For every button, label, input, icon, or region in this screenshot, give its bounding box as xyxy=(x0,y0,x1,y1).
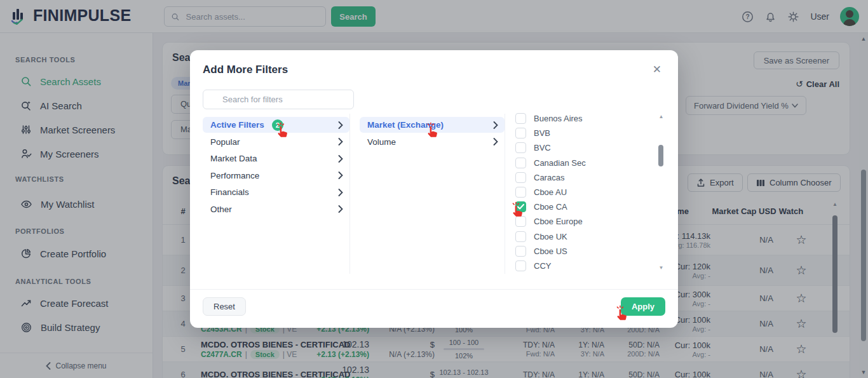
option-caracas[interactable]: Caracas xyxy=(515,171,564,184)
option-label: Cboe UK xyxy=(534,232,567,241)
chevron-right-icon xyxy=(338,205,343,213)
filter-subcategories-list: Market (Exchange) Volume xyxy=(360,117,505,150)
options-scrollbar[interactable]: ▲ ▼ xyxy=(658,114,664,271)
chevron-right-icon xyxy=(338,189,343,196)
filter-categories-list: Active Filters2 Popular Market Data Perf… xyxy=(203,117,349,217)
checkbox[interactable] xyxy=(515,216,526,227)
footer-divider xyxy=(190,289,678,290)
chevron-right-icon xyxy=(493,138,498,145)
subcategory-volume[interactable]: Volume xyxy=(360,134,505,150)
category-market-data[interactable]: Market Data xyxy=(203,151,349,166)
checkbox[interactable] xyxy=(515,142,526,153)
checkbox[interactable] xyxy=(515,128,526,138)
option-cboe-au[interactable]: Cboe AU xyxy=(515,186,567,198)
option-label: CCY xyxy=(534,261,551,271)
add-filters-modal: Add More Filters ✕ Active Filters2 Popul… xyxy=(190,50,678,328)
option-label: Buenos Aires xyxy=(534,114,583,123)
option-ccy[interactable]: CCY xyxy=(515,259,551,272)
option-cboe-europe[interactable]: Cboe Europe xyxy=(515,215,583,227)
category-label: Performance xyxy=(210,171,259,180)
category-label: Financials xyxy=(210,187,249,197)
option-bvc[interactable]: BVC xyxy=(515,141,551,154)
option-label: Cboe US xyxy=(534,246,567,256)
option-label: Cboe CA xyxy=(534,202,567,212)
chevron-right-icon xyxy=(338,155,343,163)
category-label: Market Data xyxy=(210,154,257,163)
checkbox[interactable] xyxy=(515,231,526,242)
category-active-filters[interactable]: Active Filters2 xyxy=(203,117,349,133)
exchange-options-list: Buenos Aires BVB BVC Canadian Sec Caraca… xyxy=(515,111,658,274)
column-divider xyxy=(505,114,505,274)
category-popular[interactable]: Popular xyxy=(203,134,349,150)
option-cboe-us[interactable]: Cboe US xyxy=(515,245,567,257)
chevron-right-icon xyxy=(338,121,343,129)
scroll-up-icon[interactable]: ▲ xyxy=(658,114,664,119)
checkbox[interactable] xyxy=(515,246,526,257)
option-label: Cboe AU xyxy=(534,187,567,197)
check-icon xyxy=(517,204,524,210)
category-label: Other xyxy=(210,205,232,214)
option-cboe-uk[interactable]: Cboe UK xyxy=(515,230,567,243)
modal-title: Add More Filters xyxy=(203,64,288,76)
option-label: Cboe Europe xyxy=(534,217,583,226)
chevron-right-icon xyxy=(493,121,498,129)
filter-search-input[interactable] xyxy=(203,90,354,109)
active-count-badge: 2 xyxy=(272,119,283,131)
category-label: Active Filters xyxy=(210,120,264,130)
options-scrollbar-thumb[interactable] xyxy=(658,145,663,166)
column-divider xyxy=(349,114,350,274)
option-label: BVB xyxy=(534,128,550,138)
option-canadian-sec[interactable]: Canadian Sec xyxy=(515,156,586,169)
checkbox[interactable] xyxy=(515,158,526,168)
scroll-down-icon[interactable]: ▼ xyxy=(658,265,664,271)
category-label: Popular xyxy=(210,137,240,147)
option-label: Canadian Sec xyxy=(534,158,586,168)
checkbox[interactable] xyxy=(515,260,526,271)
option-buenos-aires[interactable]: Buenos Aires xyxy=(515,112,583,125)
checkbox[interactable] xyxy=(515,187,526,198)
chevron-right-icon xyxy=(338,138,343,145)
option-bvb[interactable]: BVB xyxy=(515,126,550,139)
reset-button[interactable]: Reset xyxy=(203,297,246,316)
option-label: BVC xyxy=(534,143,551,152)
subcategory-label: Market (Exchange) xyxy=(367,120,444,130)
category-performance[interactable]: Performance xyxy=(203,168,349,184)
checkbox-checked[interactable] xyxy=(515,201,526,212)
chevron-right-icon xyxy=(338,172,343,179)
apply-button[interactable]: Apply xyxy=(621,297,665,316)
close-icon[interactable]: ✕ xyxy=(653,63,661,76)
option-label: Caracas xyxy=(534,173,564,182)
subcategory-label: Volume xyxy=(367,137,396,147)
checkbox[interactable] xyxy=(515,113,526,124)
category-financials[interactable]: Financials xyxy=(203,184,349,200)
category-other[interactable]: Other xyxy=(203,201,349,217)
option-cboe-ca[interactable]: Cboe CA xyxy=(515,200,567,213)
checkbox[interactable] xyxy=(515,172,526,183)
subcategory-market-exchange[interactable]: Market (Exchange) xyxy=(360,117,505,133)
